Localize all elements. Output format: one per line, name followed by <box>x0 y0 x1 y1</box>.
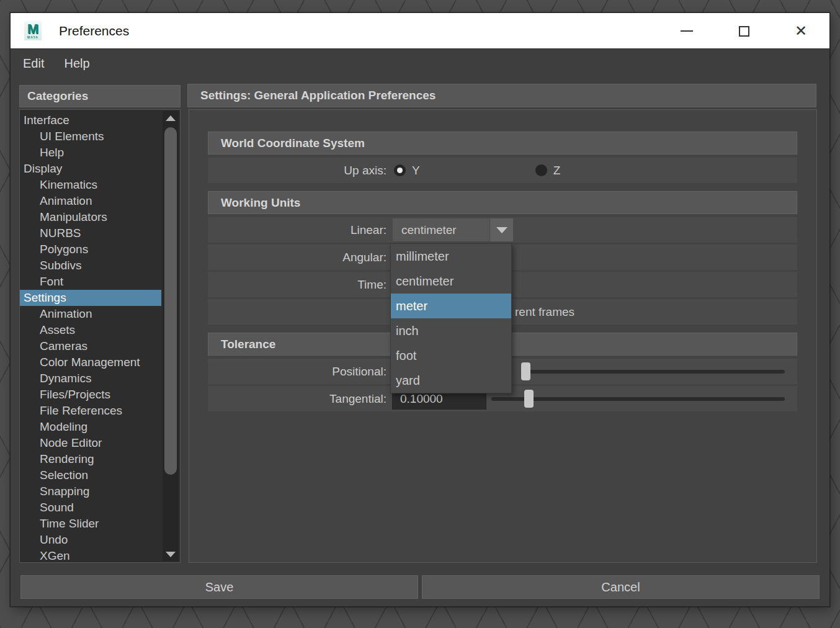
dropdown-option-meter[interactable]: meter <box>391 294 511 318</box>
up-axis-option-y[interactable]: Y <box>394 164 420 177</box>
tangential-slider-handle[interactable] <box>524 390 534 408</box>
scrollbar-thumb[interactable] <box>164 127 177 475</box>
settings-panel: World Coordinate System Up axis: YZ Work… <box>189 109 817 563</box>
tangential-slider[interactable] <box>491 386 785 411</box>
sidebar-item-nurbs[interactable]: NURBS <box>20 225 161 241</box>
menu-help[interactable]: Help <box>64 56 89 71</box>
sidebar-item-color-management[interactable]: Color Management <box>20 354 161 370</box>
dropdown-option-foot[interactable]: foot <box>391 343 511 368</box>
sidebar-item-cameras[interactable]: Cameras <box>20 338 161 354</box>
maximize-icon <box>739 26 749 37</box>
sidebar-item-file-references[interactable]: File References <box>20 403 161 419</box>
sidebar-item-display[interactable]: Display <box>20 161 161 177</box>
up-axis-row: Up axis: YZ <box>208 158 797 183</box>
radio-label: Y <box>412 164 420 177</box>
menu-bar: Edit Help <box>11 50 829 77</box>
sidebar-item-polygons[interactable]: Polygons <box>20 241 161 258</box>
sidebar-item-sound[interactable]: Sound <box>20 500 161 516</box>
linear-select-arrow-button[interactable] <box>490 218 513 241</box>
sidebar-item-animation[interactable]: Animation <box>20 306 161 322</box>
dropdown-option-inch[interactable]: inch <box>391 318 511 343</box>
sidebar-item-xgen[interactable]: XGen <box>20 548 161 562</box>
up-axis-label: Up axis: <box>208 164 386 177</box>
section-working-units: Working Units <box>208 191 797 214</box>
up-axis-options: YZ <box>394 164 560 177</box>
linear-label: Linear: <box>208 223 386 237</box>
maya-icon-subtext: MAYA <box>27 35 38 39</box>
angular-label: Angular: <box>208 251 386 264</box>
time-label: Time: <box>208 278 386 292</box>
window-controls: ✕ <box>658 13 829 49</box>
sidebar-item-assets[interactable]: Assets <box>20 322 161 338</box>
keep-keys-partial-label: rent frames <box>515 305 574 319</box>
cancel-button[interactable]: Cancel <box>422 575 820 599</box>
dropdown-option-yard[interactable]: yard <box>391 368 511 393</box>
sidebar-item-undo[interactable]: Undo <box>20 532 161 548</box>
close-icon: ✕ <box>795 24 807 38</box>
linear-dropdown-list: millimetercentimetermeterinchfootyard <box>390 243 512 393</box>
minimize-button[interactable] <box>658 13 715 49</box>
up-axis-option-z[interactable]: Z <box>535 164 561 177</box>
positional-slider-track[interactable] <box>521 370 785 374</box>
sidebar-item-font[interactable]: Font <box>20 274 161 290</box>
categories-header: Categories <box>19 85 181 107</box>
title-bar: M MAYA Preferences ✕ <box>11 13 829 49</box>
settings-panel-header: Settings: General Application Preference… <box>187 84 816 107</box>
menu-edit[interactable]: Edit <box>23 56 44 71</box>
maximize-button[interactable] <box>715 13 772 49</box>
linear-row: Linear: centimeter <box>208 217 797 243</box>
sidebar-item-modeling[interactable]: Modeling <box>20 419 161 435</box>
linear-select-value[interactable]: centimeter <box>393 218 489 241</box>
maya-app-icon: M MAYA <box>24 22 42 40</box>
sidebar-item-settings[interactable]: Settings <box>20 290 161 306</box>
minimize-icon <box>681 30 693 32</box>
radio-icon[interactable] <box>394 164 406 176</box>
maya-m-letter: M <box>27 23 38 35</box>
dropdown-option-millimeter[interactable]: millimeter <box>391 244 511 269</box>
section-world-coordinate-system: World Coordinate System <box>208 132 797 155</box>
sidebar-item-selection[interactable]: Selection <box>20 467 161 483</box>
sidebar-item-rendering[interactable]: Rendering <box>20 451 161 467</box>
scroll-down-arrow-icon[interactable] <box>163 547 179 561</box>
sidebar-item-subdivs[interactable]: Subdivs <box>20 258 161 274</box>
tangential-label: Tangential: <box>208 392 386 406</box>
sidebar-item-dynamics[interactable]: Dynamics <box>20 370 161 387</box>
positional-slider[interactable] <box>491 359 785 384</box>
radio-icon[interactable] <box>535 164 547 176</box>
preferences-window: M MAYA Preferences ✕ Edit Help Categorie… <box>10 12 830 607</box>
sidebar-item-snapping[interactable]: Snapping <box>20 483 161 500</box>
chevron-down-icon <box>496 227 507 233</box>
categories-list: InterfaceUI ElementsHelpDisplayKinematic… <box>20 112 161 562</box>
scroll-up-arrow-icon[interactable] <box>163 111 179 125</box>
sidebar-item-manipulators[interactable]: Manipulators <box>20 209 161 225</box>
sidebar-item-ui-elements[interactable]: UI Elements <box>20 128 161 145</box>
sidebar-item-animation[interactable]: Animation <box>20 193 161 209</box>
categories-scrollbar[interactable] <box>163 111 179 561</box>
linear-select[interactable]: centimeter <box>393 218 513 241</box>
positional-slider-handle[interactable] <box>521 362 530 380</box>
sidebar-item-time-slider[interactable]: Time Slider <box>20 516 161 532</box>
close-button[interactable]: ✕ <box>772 13 829 49</box>
save-button[interactable]: Save <box>20 575 418 599</box>
sidebar-item-kinematics[interactable]: Kinematics <box>20 177 161 193</box>
window-title: Preferences <box>59 24 129 38</box>
positional-label: Positional: <box>208 365 386 379</box>
sidebar-item-files-projects[interactable]: Files/Projects <box>20 387 161 403</box>
dropdown-option-centimeter[interactable]: centimeter <box>391 269 511 294</box>
categories-panel: InterfaceUI ElementsHelpDisplayKinematic… <box>19 109 181 563</box>
sidebar-item-help[interactable]: Help <box>20 145 161 161</box>
tangential-slider-track[interactable] <box>491 397 785 401</box>
sidebar-item-interface[interactable]: Interface <box>20 112 161 128</box>
sidebar-item-node-editor[interactable]: Node Editor <box>20 435 161 451</box>
radio-label: Z <box>553 164 561 177</box>
footer-buttons: Save Cancel <box>20 575 820 599</box>
